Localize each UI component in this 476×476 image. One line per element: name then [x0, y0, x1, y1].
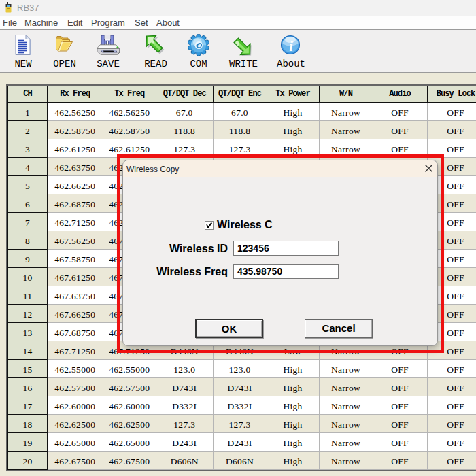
svg-text:i: i: [289, 39, 293, 54]
